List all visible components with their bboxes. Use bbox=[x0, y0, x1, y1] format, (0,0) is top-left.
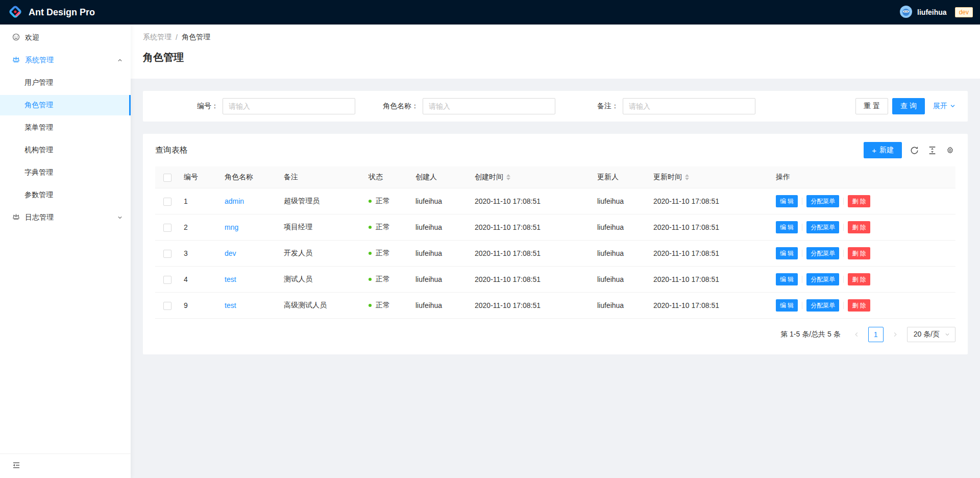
env-tag: dev bbox=[955, 7, 973, 17]
chevron-down-icon bbox=[117, 213, 122, 222]
assign-menu-button[interactable]: 分配菜单 bbox=[806, 247, 839, 259]
edit-button[interactable]: 编 辑 bbox=[776, 299, 798, 312]
row-checkbox[interactable] bbox=[163, 276, 172, 284]
col-header-status: 状态 bbox=[364, 166, 411, 188]
row-checkbox[interactable] bbox=[163, 302, 172, 310]
page-size-select[interactable]: 20 条/页 bbox=[907, 327, 955, 342]
cell-updater: liufeihua bbox=[593, 241, 649, 267]
sidebar-collapse-button[interactable] bbox=[0, 453, 131, 478]
assign-menu-button[interactable]: 分配菜单 bbox=[806, 299, 839, 312]
breadcrumb: 系统管理 / 角色管理 bbox=[143, 33, 968, 42]
delete-button[interactable]: 删 除 bbox=[848, 195, 870, 207]
cell-note: 高级测试人员 bbox=[280, 293, 364, 319]
sidebar-group-log[interactable]: 日志管理 bbox=[0, 207, 131, 228]
roles-table: 编号 角色名称 备注 状态 创建人 创建时间 更新人 bbox=[155, 166, 955, 319]
sidebar: 欢迎 系统管理 用户管理 bbox=[0, 25, 131, 478]
sidebar-group-system[interactable]: 系统管理 bbox=[0, 50, 131, 70]
reload-icon[interactable] bbox=[909, 145, 920, 156]
status-dot bbox=[369, 304, 372, 307]
sidebar-menu: 欢迎 系统管理 用户管理 bbox=[0, 25, 131, 453]
sidebar-item-dict-mgmt[interactable]: 字典管理 bbox=[0, 162, 131, 183]
edit-button[interactable]: 编 辑 bbox=[776, 195, 798, 207]
cell-updater: liufeihua bbox=[593, 188, 649, 214]
vertical-divider bbox=[802, 250, 802, 257]
expand-link[interactable]: 展开 bbox=[933, 102, 955, 111]
gear-icon[interactable] bbox=[945, 145, 955, 156]
vertical-divider bbox=[802, 302, 802, 309]
vertical-divider bbox=[843, 198, 844, 205]
cell-role-name-link[interactable]: admin bbox=[220, 188, 280, 214]
cell-status: 正常 bbox=[364, 188, 411, 214]
sidebar-item-org-mgmt[interactable]: 机构管理 bbox=[0, 140, 131, 160]
delete-button[interactable]: 删 除 bbox=[848, 247, 870, 259]
vertical-divider bbox=[843, 302, 844, 309]
toolbar-actions: + 新建 bbox=[864, 142, 955, 158]
header-user-area[interactable]: liufeihua dev bbox=[900, 6, 973, 19]
top-header: Ant Design Pro liufeihua dev bbox=[0, 0, 980, 25]
vertical-divider bbox=[802, 224, 802, 231]
table-row: 4 test 测试人员 正常 liufeihua 2020-11-10 17:0… bbox=[155, 267, 955, 293]
status-dot bbox=[369, 252, 372, 255]
id-input[interactable] bbox=[223, 98, 355, 114]
delete-button[interactable]: 删 除 bbox=[848, 299, 870, 312]
chevron-right-icon[interactable] bbox=[888, 327, 903, 342]
row-checkbox[interactable] bbox=[163, 198, 172, 206]
sidebar-item-param-mgmt[interactable]: 参数管理 bbox=[0, 185, 131, 205]
cell-updated-time: 2020-11-10 17:08:51 bbox=[649, 214, 772, 241]
cell-updater: liufeihua bbox=[593, 293, 649, 319]
cell-created-time: 2020-11-10 17:08:51 bbox=[471, 214, 593, 241]
sidebar-item-welcome[interactable]: 欢迎 bbox=[0, 28, 131, 48]
sort-carets-icon[interactable] bbox=[506, 174, 510, 180]
cell-updater: liufeihua bbox=[593, 267, 649, 293]
select-all-checkbox[interactable] bbox=[163, 174, 172, 182]
cell-updated-time: 2020-11-10 17:08:51 bbox=[649, 267, 772, 293]
col-header-note: 备注 bbox=[280, 166, 364, 188]
pagination-page-1[interactable]: 1 bbox=[868, 327, 884, 342]
breadcrumb-current: 角色管理 bbox=[182, 33, 210, 42]
table-header-row: 编号 角色名称 备注 状态 创建人 创建时间 更新人 bbox=[155, 166, 955, 188]
breadcrumb-system[interactable]: 系统管理 bbox=[143, 33, 172, 42]
select-arrow-icon bbox=[945, 330, 950, 339]
assign-menu-button[interactable]: 分配菜单 bbox=[806, 273, 839, 285]
row-checkbox[interactable] bbox=[163, 224, 172, 232]
assign-menu-button[interactable]: 分配菜单 bbox=[806, 221, 839, 233]
chevron-up-icon bbox=[117, 56, 122, 64]
row-checkbox[interactable] bbox=[163, 250, 172, 258]
reset-button[interactable]: 重 置 bbox=[855, 98, 888, 114]
cell-updater: liufeihua bbox=[593, 214, 649, 241]
chevron-left-icon[interactable] bbox=[849, 327, 864, 342]
cell-role-name-link[interactable]: test bbox=[220, 267, 280, 293]
note-input[interactable] bbox=[623, 98, 755, 114]
cell-role-name-link[interactable]: mng bbox=[220, 214, 280, 241]
query-button[interactable]: 查 询 bbox=[892, 98, 925, 114]
create-button[interactable]: + 新建 bbox=[864, 142, 902, 158]
breadcrumb-separator: / bbox=[176, 33, 178, 41]
logo[interactable]: Ant Design Pro bbox=[7, 4, 95, 21]
sidebar-item-user-mgmt[interactable]: 用户管理 bbox=[0, 73, 131, 93]
sort-carets-icon[interactable] bbox=[685, 174, 689, 180]
delete-button[interactable]: 删 除 bbox=[848, 273, 870, 285]
sidebar-item-menu-mgmt[interactable]: 菜单管理 bbox=[0, 117, 131, 138]
sidebar-item-role-mgmt[interactable]: 角色管理 bbox=[0, 95, 131, 115]
cell-actions: 编 辑分配菜单删 除 bbox=[772, 267, 955, 293]
cell-id: 4 bbox=[180, 267, 220, 293]
chevron-down-icon bbox=[950, 102, 955, 110]
table-row: 9 test 高级测试人员 正常 liufeihua 2020-11-10 17… bbox=[155, 293, 955, 319]
cell-role-name-link[interactable]: dev bbox=[220, 241, 280, 267]
role-name-label: 角色名称： bbox=[355, 102, 423, 111]
edit-button[interactable]: 编 辑 bbox=[776, 221, 798, 233]
brand-title: Ant Design Pro bbox=[29, 7, 95, 18]
column-height-icon[interactable] bbox=[927, 145, 938, 156]
assign-menu-button[interactable]: 分配菜单 bbox=[806, 195, 839, 207]
role-name-input[interactable] bbox=[423, 98, 555, 114]
col-header-actions: 操作 bbox=[772, 166, 955, 188]
crown-icon bbox=[12, 213, 20, 222]
vertical-divider bbox=[843, 276, 844, 283]
cell-created-time: 2020-11-10 17:08:51 bbox=[471, 293, 593, 319]
edit-button[interactable]: 编 辑 bbox=[776, 273, 798, 285]
edit-button[interactable]: 编 辑 bbox=[776, 247, 798, 259]
table-card: 查询表格 + 新建 bbox=[143, 134, 968, 354]
status-dot bbox=[369, 278, 372, 281]
cell-role-name-link[interactable]: test bbox=[220, 293, 280, 319]
delete-button[interactable]: 删 除 bbox=[848, 221, 870, 233]
